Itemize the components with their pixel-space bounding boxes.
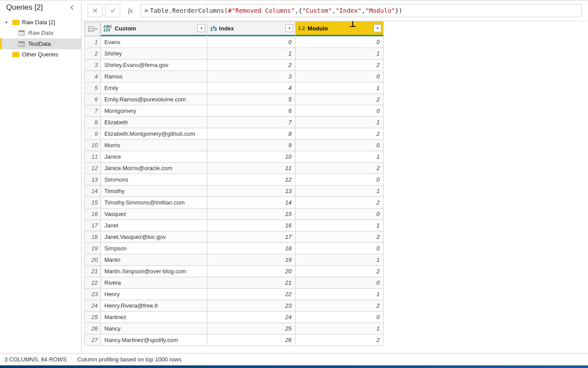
cell-modulo[interactable]: 1 [296, 117, 384, 128]
table-row[interactable]: 6 Emily.Ramos@purevolume.com 5 2 [85, 94, 384, 105]
cell-modulo[interactable]: 0 [296, 208, 384, 220]
cell-modulo[interactable]: 1 [296, 220, 384, 231]
cell-index[interactable]: 1 [207, 48, 296, 59]
cell-index[interactable]: 20 [207, 266, 296, 277]
cell-modulo[interactable]: 1 [296, 151, 384, 163]
cell-custom[interactable]: Janet [101, 220, 207, 231]
cell-modulo[interactable]: 2 [296, 335, 384, 346]
cell-custom[interactable]: Henry.Rivera@free.fr [101, 300, 207, 312]
cell-modulo[interactable]: 2 [296, 128, 384, 140]
table-row[interactable]: 3 Shirley.Evans@fema.gov 2 2 [85, 59, 384, 71]
cell-modulo[interactable]: 0 [296, 71, 384, 82]
cell-index[interactable]: 24 [207, 312, 296, 323]
cell-modulo[interactable]: 0 [296, 277, 384, 289]
cell-custom[interactable]: Martin [101, 254, 207, 266]
cell-custom[interactable]: Shirley.Evans@fema.gov [101, 59, 207, 71]
datatype-icon[interactable]: 1.2 [298, 26, 305, 31]
cell-modulo[interactable]: 2 [296, 94, 384, 105]
cell-custom[interactable]: Timothy [101, 186, 207, 197]
table-row[interactable]: 1 Evans 0 0 [85, 37, 384, 48]
cell-custom[interactable]: Evans [101, 37, 207, 48]
cell-custom[interactable]: Janet.Vasquez@loc.gov [101, 231, 207, 243]
table-row[interactable]: 23 Henry 22 1 [85, 289, 384, 300]
cell-index[interactable]: 23 [207, 300, 296, 312]
table-row[interactable]: 24 Henry.Rivera@free.fr 23 2 [85, 300, 384, 312]
cell-custom[interactable]: Emily.Ramos@purevolume.com [101, 94, 207, 105]
table-row[interactable]: 12 Janice.Morris@oracle.com 11 2 [85, 163, 384, 174]
cell-index[interactable]: 3 [207, 71, 296, 82]
cell-custom[interactable]: Shirley [101, 48, 207, 59]
cell-index[interactable]: 7 [207, 117, 296, 128]
cell-modulo[interactable]: 2 [296, 59, 384, 71]
cell-custom[interactable]: Elizabeth [101, 117, 207, 128]
cell-custom[interactable]: Montgomery [101, 105, 207, 117]
cell-custom[interactable]: Nancy [101, 323, 207, 335]
cell-index[interactable]: 8 [207, 128, 296, 140]
table-row[interactable]: 15 Timothy.Simmons@trellian.com 14 2 [85, 197, 384, 208]
cell-modulo[interactable]: 1 [296, 48, 384, 59]
cell-index[interactable]: 25 [207, 323, 296, 335]
cell-custom[interactable]: Morris [101, 140, 207, 151]
column-header-custom[interactable]: ABC123 Custom ▾ [101, 22, 207, 37]
cell-index[interactable]: 5 [207, 94, 296, 105]
table-menu-button[interactable]: ▾ [85, 22, 101, 37]
cell-custom[interactable]: Nancy.Martinez@spotify.com [101, 335, 207, 346]
cell-custom[interactable]: Simpson [101, 243, 207, 254]
cell-custom[interactable]: Janice [101, 151, 207, 163]
table-row[interactable]: 27 Nancy.Martinez@spotify.com 26 2 [85, 335, 384, 346]
table-row[interactable]: 25 Martinez 24 0 [85, 312, 384, 323]
collapse-sidebar-button[interactable] [68, 3, 77, 12]
column-filter-button[interactable]: ▾ [197, 24, 205, 32]
fx-icon[interactable]: fx [123, 4, 138, 17]
table-row[interactable]: 9 Elizabeth.Montgomery@github.com 8 2 [85, 128, 384, 140]
cell-custom[interactable]: Martinez [101, 312, 207, 323]
table-row[interactable]: 17 Janet 16 1 [85, 220, 384, 231]
cell-modulo[interactable]: 2 [296, 266, 384, 277]
table-row[interactable]: 26 Nancy 25 1 [85, 323, 384, 335]
table-row[interactable]: 5 Emily 4 1 [85, 82, 384, 94]
cell-index[interactable]: 14 [207, 197, 296, 208]
datatype-icon[interactable]: ABC123 [104, 25, 112, 32]
cell-modulo[interactable]: 1 [296, 323, 384, 335]
cell-index[interactable]: 16 [207, 220, 296, 231]
table-row[interactable]: 19 Simpson 18 0 [85, 243, 384, 254]
table-row[interactable]: 11 Janice 10 1 [85, 151, 384, 163]
cell-index[interactable]: 19 [207, 254, 296, 266]
table-row[interactable]: 10 Morris 9 0 [85, 140, 384, 151]
cell-modulo[interactable]: 0 [296, 312, 384, 323]
table-row[interactable]: 13 Simmons 12 0 [85, 174, 384, 186]
cell-modulo[interactable]: 0 [296, 37, 384, 48]
cell-modulo[interactable]: 0 [296, 140, 384, 151]
column-header-index[interactable]: 123 Index ▾ [207, 22, 296, 37]
column-header-modulo[interactable]: 1.2 Modulo Ꮖ ▾ [296, 22, 384, 37]
cell-index[interactable]: 12 [207, 174, 296, 186]
data-grid[interactable]: ▾ ABC123 Custom ▾ 123 Index ▾ 1.2 Modulo… [81, 21, 588, 353]
cell-index[interactable]: 9 [207, 140, 296, 151]
cell-modulo[interactable]: 2 [296, 231, 384, 243]
cell-modulo[interactable]: 1 [296, 82, 384, 94]
cell-custom[interactable]: Timothy.Simmons@trellian.com [101, 197, 207, 208]
cell-modulo[interactable]: 1 [296, 186, 384, 197]
cell-index[interactable]: 17 [207, 231, 296, 243]
cell-custom[interactable]: Janice.Morris@oracle.com [101, 163, 207, 174]
cell-index[interactable]: 18 [207, 243, 296, 254]
cell-custom[interactable]: Emily [101, 82, 207, 94]
cell-index[interactable]: 4 [207, 82, 296, 94]
cell-custom[interactable]: Vasquez [101, 208, 207, 220]
cell-custom[interactable]: Elizabeth.Montgomery@github.com [101, 128, 207, 140]
column-filter-button[interactable]: ▾ [285, 24, 293, 32]
table-row[interactable]: 22 Rivera 21 0 [85, 277, 384, 289]
cell-index[interactable]: 0 [207, 37, 296, 48]
cell-index[interactable]: 6 [207, 105, 296, 117]
datatype-icon[interactable]: 123 [210, 25, 216, 32]
table-row[interactable]: 16 Vasquez 15 0 [85, 208, 384, 220]
cell-modulo[interactable]: 2 [296, 163, 384, 174]
tree-group[interactable]: ▾ Raw Data [2] [0, 17, 81, 27]
table-row[interactable]: 2 Shirley 1 1 [85, 48, 384, 59]
cell-custom[interactable]: Martin.Simpson@over-blog.com [101, 266, 207, 277]
table-row[interactable]: 18 Janet.Vasquez@loc.gov 17 2 [85, 231, 384, 243]
table-row[interactable]: 4 Ramos 3 0 [85, 71, 384, 82]
cell-custom[interactable]: Simmons [101, 174, 207, 186]
cell-index[interactable]: 11 [207, 163, 296, 174]
cell-index[interactable]: 13 [207, 186, 296, 197]
